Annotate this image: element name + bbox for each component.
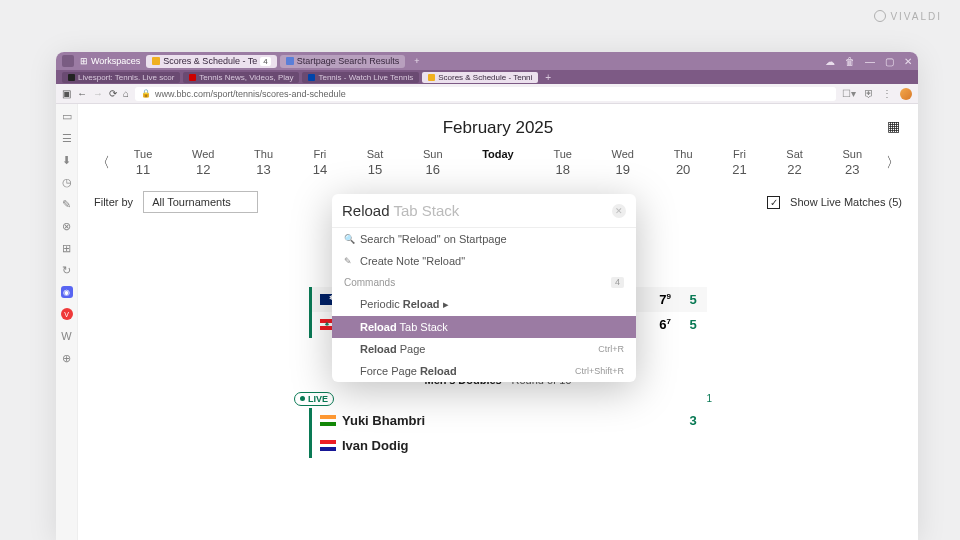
flag-india [320,415,336,426]
set-score: 79 [651,292,679,307]
startpage-favicon [286,57,294,65]
set-score: 3 [679,413,707,428]
blocker-icon[interactable]: ⛨ [864,88,874,100]
history-panel-icon[interactable]: ◷ [61,176,73,188]
reading-list-icon[interactable]: ☰ [61,132,73,144]
tab-group-scores[interactable]: Scores & Schedule - Te4 [146,55,276,68]
bookmark-icon[interactable]: ☐▾ [842,88,856,100]
palette-section-commands: Commands4 [332,272,636,293]
player-name: Ivan Dodig [342,438,679,453]
subtab-tennis-news[interactable]: Tennis News, Videos, Play [183,72,299,83]
vivaldi-brand: VIVALDI [874,10,942,22]
palette-periodic-reload[interactable]: Periodic Reload ▸ [332,293,636,316]
match-row[interactable]: Yuki Bhambri 3 [309,408,707,433]
month-heading: February 2025 [78,118,918,138]
sync-icon[interactable]: ☁ [825,56,835,67]
bookmarks-panel-icon[interactable]: ▭ [61,110,73,122]
minimize-button[interactable]: — [865,56,875,67]
flag-croatia [320,440,336,451]
workspaces-button[interactable]: ⊞ Workspaces [80,56,140,66]
wikipedia-panel-icon[interactable]: W [61,330,73,342]
filter-label: Filter by [94,196,133,208]
day-19[interactable]: Wed19 [612,148,634,177]
match-doubles: Yuki Bhambri 3 Ivan Dodig [273,408,723,458]
vivaldi-panel-icon[interactable]: V [61,308,73,320]
tournament-filter[interactable]: All Tournaments [143,191,258,213]
lock-icon: 🔒 [141,89,151,98]
sub-tab-bar: Livesport: Tennis. Live scor Tennis News… [56,70,918,84]
day-15[interactable]: Sat15 [367,148,384,177]
add-panel-icon[interactable]: ⊕ [61,352,73,364]
subtab-scores-schedule[interactable]: Scores & Schedule - Tenni [422,72,538,83]
next-week-button[interactable]: 〉 [882,154,904,172]
set-score: 5 [679,292,707,307]
day-22[interactable]: Sat22 [786,148,803,177]
extensions-icon[interactable]: ⋮ [882,88,892,100]
day-18[interactable]: Tue18 [553,148,572,177]
palette-close-button[interactable]: ✕ [612,204,626,218]
discord-panel-icon[interactable]: ◉ [61,286,73,298]
day-21[interactable]: Fri21 [732,148,746,177]
bbc-favicon [428,74,435,81]
palette-search-web[interactable]: 🔍Search "Reload" on Startpage [332,228,636,250]
back-button[interactable]: ← [77,88,87,99]
day-12[interactable]: Wed12 [192,148,214,177]
palette-force-reload[interactable]: Force Page ReloadCtrl+Shift+R [332,360,636,382]
title-bar: ⊞ Workspaces Scores & Schedule - Te4 Sta… [56,52,918,70]
player-name: Yuki Bhambri [342,413,679,428]
side-panel: ▭ ☰ ⬇ ◷ ✎ ⊗ ⊞ ↻ ◉ V W ⊕ [56,104,78,540]
day-11[interactable]: Tue11 [134,148,153,177]
subtab-livesport[interactable]: Livesport: Tennis. Live scor [62,72,180,83]
reload-button[interactable]: ⟳ [109,88,117,99]
subtab-watch-tennis[interactable]: Tennis - Watch Live Tennis [302,72,419,83]
show-live-checkbox[interactable]: ✓ [767,196,780,209]
maximize-button[interactable]: ▢ [885,56,894,67]
day-20[interactable]: Thu20 [674,148,693,177]
day-14[interactable]: Fri14 [313,148,327,177]
notes-panel-icon[interactable]: ✎ [61,198,73,210]
command-input[interactable]: Reload Tab Stack [342,202,612,219]
trash-icon[interactable]: 🗑 [845,56,855,67]
quick-command-palette: Reload Tab Stack ✕ 🔍Search "Reload" on S… [332,194,636,382]
panel-toggle-icon[interactable]: ▣ [62,88,71,99]
app-menu-icon[interactable] [62,55,74,67]
day-16[interactable]: Sun16 [423,148,443,177]
palette-reload-tab-stack[interactable]: Reload Tab Stack [332,316,636,338]
new-subtab-button[interactable]: + [545,72,551,83]
date-selector: 〈 Tue11Wed12Thu13Fri14Sat15Sun16TodayTue… [78,138,918,183]
url-text: www.bbc.com/sport/tennis/scores-and-sche… [155,89,346,99]
tab-group-startpage[interactable]: Startpage Search Results [280,55,406,68]
day-today[interactable]: Today [482,148,514,177]
profile-avatar[interactable] [900,88,912,100]
calendar-icon[interactable]: ▦ [887,118,900,134]
set-score: 67 [651,317,679,332]
show-live-label: Show Live Matches (5) [790,196,902,208]
downloads-panel-icon[interactable]: ⬇ [61,154,73,166]
address-bar: ▣ ← → ⟳ ⌂ 🔒 www.bbc.com/sport/tennis/sco… [56,84,918,104]
set-number: 1 [706,393,722,404]
forward-button[interactable]: → [93,88,103,99]
sessions-panel-icon[interactable]: ↻ [61,264,73,276]
eurosport-favicon [308,74,315,81]
espn-favicon [189,74,196,81]
home-button[interactable]: ⌂ [123,88,129,99]
prev-week-button[interactable]: 〈 [92,154,114,172]
note-icon: ✎ [344,256,354,266]
day-23[interactable]: Sun23 [843,148,863,177]
livesport-favicon [68,74,75,81]
translate-panel-icon[interactable]: ⊗ [61,220,73,232]
search-icon: 🔍 [344,234,354,244]
live-badge: LIVE [294,392,334,406]
bbc-favicon [152,57,160,65]
palette-reload-page[interactable]: Reload PageCtrl+R [332,338,636,360]
set-score: 5 [679,317,707,332]
palette-create-note[interactable]: ✎Create Note "Reload" [332,250,636,272]
match-row[interactable]: Ivan Dodig [309,433,707,458]
tab-count-badge: 4 [260,57,270,66]
url-field[interactable]: 🔒 www.bbc.com/sport/tennis/scores-and-sc… [135,87,836,101]
window-panel-icon[interactable]: ⊞ [61,242,73,254]
close-button[interactable]: ✕ [904,56,912,67]
day-13[interactable]: Thu13 [254,148,273,177]
new-tab-button[interactable]: + [408,55,425,68]
